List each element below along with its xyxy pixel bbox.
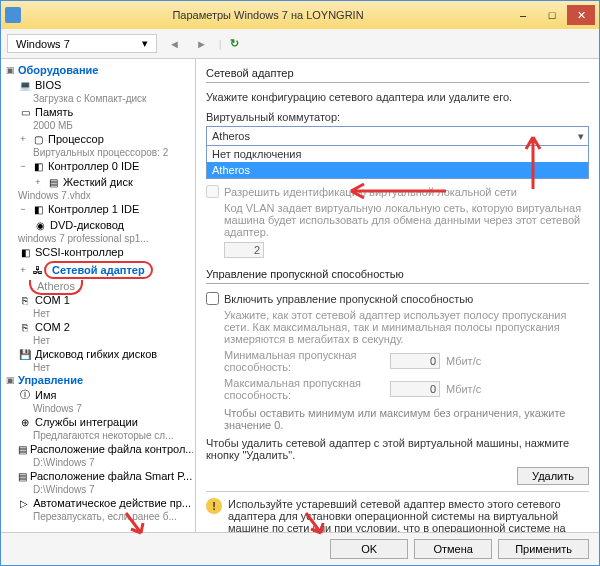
- warning-icon: !: [206, 498, 222, 514]
- tree-integration[interactable]: ⊕Службы интеграции: [3, 414, 193, 430]
- vlan-id-input[interactable]: [224, 242, 264, 258]
- app-icon: [5, 7, 21, 23]
- delete-desc: Чтобы удалить сетевой адаптер с этой вир…: [206, 437, 589, 461]
- option-atheros[interactable]: Atheros: [207, 162, 588, 178]
- tree-name[interactable]: ⒾИмя: [3, 387, 193, 403]
- warning-text: Используйте устаревший сетевой адаптер в…: [228, 498, 589, 532]
- tree-ide1[interactable]: −◧Контроллер 1 IDE: [3, 201, 193, 217]
- tree-autoaction[interactable]: ▷Автоматическое действие пр...: [3, 495, 193, 511]
- minimize-button[interactable]: –: [509, 5, 537, 25]
- tree-ide0[interactable]: −◧Контроллер 0 IDE: [3, 158, 193, 174]
- cancel-button[interactable]: Отмена: [414, 539, 492, 559]
- chevron-down-icon: ▾: [142, 37, 148, 50]
- option-none[interactable]: Нет подключения: [207, 146, 588, 162]
- panel-desc: Укажите конфигурацию сетевого адаптера и…: [206, 91, 589, 103]
- apply-button[interactable]: Применить: [498, 539, 589, 559]
- tree-com1[interactable]: ⎘COM 1: [3, 292, 193, 308]
- tree-network-adapter[interactable]: +🖧 Сетевой адаптер: [3, 260, 193, 280]
- tree-network-adapter-sub: Atheros: [3, 280, 193, 292]
- settings-window: Параметры Windows 7 на LOYNGRIN – □ ✕ Wi…: [0, 0, 600, 566]
- max-bandwidth-label: Максимальная пропускная способность:: [224, 377, 384, 401]
- titlebar[interactable]: Параметры Windows 7 на LOYNGRIN – □ ✕: [1, 1, 599, 29]
- detail-panel: Сетевой адаптер Укажите конфигурацию сет…: [196, 59, 599, 532]
- min-bandwidth-input[interactable]: [390, 353, 440, 369]
- virtual-switch-dropdown[interactable]: Atheros: [206, 126, 589, 146]
- tree-hdd[interactable]: +▤Жесткий диск: [3, 174, 193, 190]
- tree-checkpoint[interactable]: ▤Расположение файла контрол...: [3, 441, 193, 457]
- tree-cpu[interactable]: +▢Процессор: [3, 131, 193, 147]
- tree-scsi[interactable]: ◧SCSI-контроллер: [3, 244, 193, 260]
- bandwidth-title: Управление пропускной способностью: [206, 268, 589, 284]
- tree-dvd[interactable]: ◉DVD-дисковод: [3, 217, 193, 233]
- close-button[interactable]: ✕: [567, 5, 595, 25]
- nav-back-icon[interactable]: ◄: [165, 38, 184, 50]
- nav-forward-icon[interactable]: ►: [192, 38, 211, 50]
- tree-view[interactable]: ▣Оборудование 💻BIOS Загрузка с Компакт-д…: [1, 59, 196, 532]
- ok-button[interactable]: OK: [330, 539, 408, 559]
- min-bandwidth-label: Минимальная пропускная способность:: [224, 349, 384, 373]
- section-management[interactable]: Управление: [18, 374, 83, 386]
- refresh-icon[interactable]: ↻: [230, 37, 239, 50]
- dialog-footer: OK Отмена Применить: [1, 532, 599, 565]
- tree-smartpage[interactable]: ▤Расположение файла Smart P...: [3, 468, 193, 484]
- bandwidth-label: Включить управление пропускной способнос…: [224, 293, 473, 305]
- window-title: Параметры Windows 7 на LOYNGRIN: [27, 9, 509, 21]
- bandwidth-note: Чтобы оставить минимум или максимум без …: [206, 407, 589, 431]
- vlan-desc: Код VLAN задает виртуальную локальную се…: [206, 202, 589, 238]
- tree-memory[interactable]: ▭Память: [3, 104, 193, 120]
- tree-com2[interactable]: ⎘COM 2: [3, 319, 193, 335]
- section-hardware[interactable]: Оборудование: [18, 64, 98, 76]
- toolbar: Windows 7▾ ◄ ► | ↻: [1, 29, 599, 59]
- panel-title: Сетевой адаптер: [206, 67, 589, 83]
- bandwidth-checkbox[interactable]: [206, 292, 219, 305]
- vlan-label: Разрешить идентификацию виртуальной лока…: [224, 186, 517, 198]
- max-bandwidth-input[interactable]: [390, 381, 440, 397]
- delete-button[interactable]: Удалить: [517, 467, 589, 485]
- tree-floppy[interactable]: 💾Дисковод гибких дисков: [3, 346, 193, 362]
- warning-box: ! Используйте устаревший сетевой адаптер…: [206, 491, 589, 532]
- switch-label: Виртуальный коммутатор:: [206, 111, 589, 123]
- breadcrumb[interactable]: Windows 7▾: [7, 34, 157, 53]
- virtual-switch-options[interactable]: Нет подключения Atheros: [206, 146, 589, 179]
- bandwidth-desc: Укажите, как этот сетевой адаптер исполь…: [206, 309, 589, 345]
- vlan-checkbox[interactable]: [206, 185, 219, 198]
- tree-bios[interactable]: 💻BIOS: [3, 77, 193, 93]
- maximize-button[interactable]: □: [538, 5, 566, 25]
